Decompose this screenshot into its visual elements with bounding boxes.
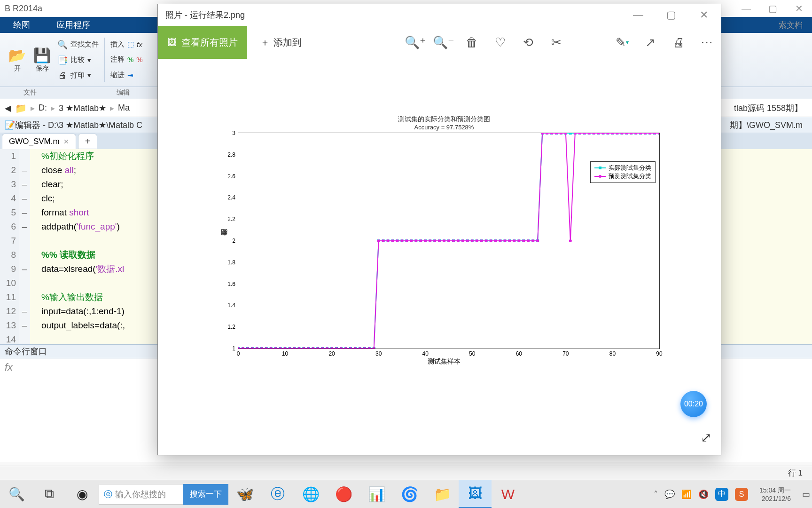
comment-button[interactable]: 注释 % % — [110, 54, 143, 65]
svg-point-141 — [471, 239, 474, 242]
photos-window: 照片 - 运行结果2.png — ▢ ✕ 🖼 查看所有照片 ＋ 添加到 🔍⁺ 🔍… — [157, 4, 721, 455]
breadcrumb-item[interactable]: 3 ★Matlab★ — [59, 103, 106, 113]
svg-point-130 — [419, 239, 422, 242]
input-method-icon[interactable]: S — [735, 488, 748, 501]
more-icon[interactable]: ⋯ — [693, 28, 721, 56]
rotate-icon[interactable]: ⟲ — [514, 28, 542, 56]
svg-point-134 — [438, 239, 441, 242]
crop-icon[interactable]: ✂ — [542, 28, 570, 56]
svg-point-131 — [424, 239, 427, 242]
tab-close-icon[interactable]: ✕ — [63, 138, 69, 145]
task-view-icon[interactable]: ⧉ — [33, 480, 66, 508]
zoom-in-icon[interactable]: 🔍⁺ — [401, 28, 429, 56]
folder-icon: 📁 — [15, 103, 27, 114]
breadcrumb-right: tlab源码 1558期】 — [734, 103, 803, 114]
photos-content: 测试集的实际分类和预测分类图 Accuracy = 97.7528% 类别标签 … — [158, 59, 721, 455]
favorite-icon[interactable]: ♡ — [486, 28, 514, 56]
svg-point-132 — [429, 239, 431, 242]
taskbar-app-item[interactable]: 🔴 — [327, 480, 360, 508]
wifi-icon[interactable]: 📶 — [681, 489, 692, 500]
ribbon-tab-apps[interactable]: 应用程序 — [43, 17, 103, 33]
svg-point-127 — [405, 239, 408, 242]
close-icon[interactable]: ✕ — [786, 0, 812, 17]
taskbar-app-item[interactable]: 🌀 — [393, 480, 426, 508]
ime-badge[interactable]: 中 — [715, 488, 728, 501]
svg-point-153 — [527, 239, 530, 242]
ribbon-tab-plot[interactable]: 绘图 — [0, 17, 43, 33]
minimize-icon[interactable]: — — [733, 0, 759, 17]
ribbon-search-hint[interactable]: 索文档 — [779, 20, 803, 31]
svg-point-154 — [531, 239, 534, 242]
editor-doc-icon: 📝 — [5, 120, 15, 130]
add-to-button[interactable]: ＋ 添加到 — [247, 36, 315, 49]
editor-tab[interactable]: GWO_SVM.m ✕ — [2, 134, 76, 149]
svg-point-122 — [382, 239, 385, 242]
compare-icon: 📑 — [57, 55, 68, 65]
insert-button[interactable]: 插入 ⬚ fx — [110, 39, 143, 50]
chart-image: 测试集的实际分类和预测分类图 Accuracy = 97.7528% 类别标签 … — [214, 115, 674, 314]
command-prompt: fx — [5, 361, 13, 373]
minimize-icon[interactable]: — — [629, 9, 648, 21]
matlab-status-bar: 行 1 — [0, 466, 812, 480]
svg-point-155 — [536, 239, 539, 242]
svg-point-125 — [396, 239, 399, 242]
tray-icon[interactable]: 💬 — [664, 489, 675, 500]
svg-point-121 — [377, 239, 380, 242]
notifications-icon[interactable]: ▭ — [802, 489, 810, 500]
edit-icon[interactable]: ✎▾ — [608, 28, 636, 56]
svg-point-145 — [490, 239, 492, 242]
volume-icon[interactable]: 🔇 — [698, 489, 709, 500]
breadcrumb-item[interactable]: D: — [39, 103, 47, 113]
svg-point-142 — [476, 239, 478, 242]
chevron-up-icon[interactable]: ˄ — [654, 489, 658, 500]
taskbar-app-item[interactable]: 📊 — [360, 480, 393, 508]
close-icon[interactable]: ✕ — [695, 9, 713, 21]
delete-icon[interactable]: 🗑 — [458, 28, 486, 56]
taskbar-app-wps[interactable]: W — [492, 480, 524, 508]
photos-titlebar: 照片 - 运行结果2.png — ▢ ✕ — [158, 4, 721, 26]
obs-icon[interactable]: ◉ — [66, 480, 99, 508]
save-icon: 💾 — [33, 47, 51, 64]
back-icon[interactable]: ◀ — [5, 103, 11, 113]
taskbar-app-item[interactable]: ⓔ — [261, 480, 294, 508]
share-icon[interactable]: ↗ — [636, 28, 664, 56]
taskbar-app-item[interactable]: 🦋 — [228, 480, 261, 508]
expand-icon[interactable]: ⤢ — [701, 430, 711, 445]
zoom-out-icon[interactable]: 🔍⁻ — [429, 28, 458, 56]
svg-point-123 — [387, 239, 390, 242]
indent-button[interactable]: 缩进 ⇥ — [110, 70, 143, 80]
windows-taskbar: 🔍 ⧉ ◉ ⓔ 输入你想搜的 搜索一下 🦋 ⓔ 🌐 🔴 📊 🌀 📁 🖼 W ˄ … — [0, 480, 812, 508]
recording-timer: 00:20 — [680, 391, 707, 417]
status-line: 行 1 — [788, 468, 803, 478]
print-button[interactable]: 🖨打印 ▾ — [57, 70, 99, 81]
svg-point-152 — [522, 239, 525, 242]
taskbar-clock[interactable]: 15:04 周一 2021/12/6 — [755, 486, 796, 503]
svg-point-148 — [503, 239, 506, 242]
matlab-title: B R2014a — [5, 4, 42, 14]
compare-button[interactable]: 📑比较 ▾ — [57, 54, 99, 66]
taskbar-app-photos[interactable]: 🖼 — [459, 480, 492, 508]
photos-toolbar: 🖼 查看所有照片 ＋ 添加到 🔍⁺ 🔍⁻ 🗑 ♡ ⟲ ✂ ✎▾ ↗ 🖨 ⋯ — [158, 26, 721, 59]
tab-add-button[interactable]: + — [78, 134, 98, 149]
maximize-icon[interactable]: ▢ — [662, 9, 680, 21]
web-search-input[interactable]: ⓔ 输入你想搜的 — [99, 484, 183, 505]
find-files-button[interactable]: 🔍查找文件 — [57, 39, 99, 51]
maximize-icon[interactable]: ▢ — [759, 0, 786, 17]
see-all-photos-button[interactable]: 🖼 查看所有照片 — [158, 26, 247, 59]
breadcrumb-item[interactable]: Ma — [118, 103, 130, 113]
chart-legend: 实际测试集分类 预测测试集分类 — [590, 161, 656, 183]
open-button[interactable]: 📂开 — [5, 35, 30, 85]
taskbar-app-item[interactable]: 🌐 — [294, 480, 327, 508]
print-icon[interactable]: 🖨 — [664, 28, 693, 56]
svg-point-124 — [391, 239, 394, 242]
search-button[interactable]: 搜索一下 — [183, 484, 228, 505]
svg-point-149 — [508, 239, 511, 242]
taskbar-app-item[interactable]: 📁 — [426, 480, 459, 508]
svg-point-128 — [410, 239, 413, 242]
chart-title: 测试集的实际分类和预测分类图 — [214, 115, 674, 124]
chart-xlabel: 测试集样本 — [214, 357, 674, 366]
svg-rect-71 — [569, 133, 572, 135]
search-icon[interactable]: 🔍 — [0, 480, 33, 508]
save-button[interactable]: 💾保存 — [30, 35, 55, 85]
svg-point-136 — [447, 239, 450, 242]
